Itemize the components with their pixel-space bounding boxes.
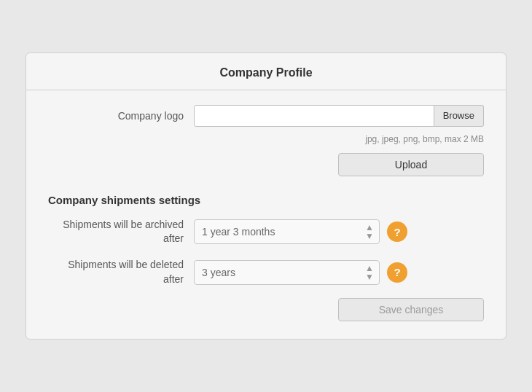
- archived-label: Shipments will be archived after: [48, 218, 194, 246]
- deleted-help-icon[interactable]: ?: [387, 262, 407, 283]
- panel-body: Company logo Browse jpg, jpeg, png, bmp,…: [26, 105, 506, 339]
- archived-select[interactable]: 1 year 3 months 6 months 1 year 2 years …: [194, 219, 380, 244]
- archived-row: Shipments will be archived after 1 year …: [48, 218, 484, 246]
- deleted-select[interactable]: 1 year 2 years 3 years 5 years Never: [194, 260, 380, 285]
- upload-button[interactable]: Upload: [338, 153, 484, 176]
- browse-button[interactable]: Browse: [434, 105, 484, 127]
- archived-help-icon[interactable]: ?: [387, 222, 407, 242]
- deleted-row: Shipments will be deleted after 1 year 2…: [48, 258, 484, 286]
- company-profile-panel: Company Profile Company logo Browse jpg,…: [26, 52, 506, 340]
- header-divider: [26, 90, 506, 90]
- panel-title: Company Profile: [26, 53, 506, 90]
- logo-label: Company logo: [48, 110, 194, 122]
- deleted-select-wrapper: 1 year 2 years 3 years 5 years Never ▲ ▼: [194, 260, 380, 285]
- deleted-label: Shipments will be deleted after: [48, 258, 194, 286]
- file-input-wrapper: Browse: [194, 105, 484, 127]
- file-hint-text: jpg, jpeg, png, bmp, max 2 MB: [365, 134, 484, 144]
- upload-row: Upload: [48, 153, 484, 176]
- shipments-section-title: Company shipments settings: [48, 194, 484, 206]
- file-hint-row: jpg, jpeg, png, bmp, max 2 MB: [48, 134, 484, 144]
- file-text-input[interactable]: [194, 105, 434, 127]
- archived-select-wrapper: 1 year 3 months 6 months 1 year 2 years …: [194, 219, 380, 244]
- save-button[interactable]: Save changes: [338, 298, 484, 321]
- logo-row: Company logo Browse: [48, 105, 484, 127]
- save-row: Save changes: [48, 298, 484, 321]
